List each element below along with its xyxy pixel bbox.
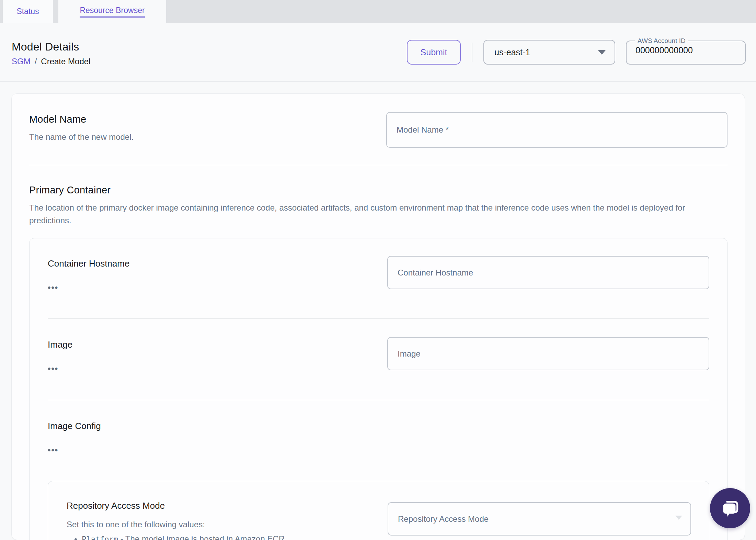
repository-access-mode-label: Repository Access Mode — [67, 500, 350, 511]
chevron-down-icon — [675, 516, 682, 520]
model-name-heading: Model Name — [29, 114, 134, 125]
aws-account-id-label: AWS Account ID — [635, 37, 688, 45]
repository-access-mode-select[interactable] — [388, 500, 691, 536]
repository-access-mode-info: Repository Access Mode Set this to one o… — [67, 500, 350, 540]
breadcrumb-separator: / — [35, 57, 37, 66]
chat-bubbles-icon — [720, 498, 741, 519]
primary-container-heading: Primary Container — [29, 184, 728, 196]
tab-resource-browser[interactable]: Resource Browser — [58, 0, 166, 23]
repository-access-mode-description: Set this to one of the following values: — [67, 518, 350, 531]
primary-container-description: The location of the primary docker image… — [29, 201, 728, 227]
model-name-input[interactable] — [386, 112, 728, 148]
aws-account-id-input[interactable] — [632, 45, 740, 59]
chevron-down-icon — [598, 50, 606, 55]
submit-button[interactable]: Submit — [407, 40, 461, 65]
image-input[interactable] — [387, 337, 709, 370]
image-config-expand-toggle[interactable]: ••• — [48, 446, 709, 454]
breadcrumb: SGM / Create Model — [12, 57, 90, 66]
model-name-info: Model Name The name of the new model. — [29, 114, 134, 143]
tab-bar: Status Resource Browser — [0, 0, 756, 23]
image-label: Image — [48, 339, 72, 350]
create-model-form-card: Model Name The name of the new model. Pr… — [11, 93, 745, 540]
container-hostname-info: Container Hostname ••• — [48, 258, 129, 292]
title-block: Model Details SGM / Create Model — [12, 41, 90, 66]
image-config-label: Image Config — [48, 421, 709, 431]
primary-container-card: Container Hostname ••• Image ••• — [29, 238, 728, 540]
primary-container-section: Primary Container The location of the pr… — [29, 184, 728, 540]
region-select-value: us-east-1 — [494, 47, 530, 57]
field-divider — [48, 400, 709, 400]
page-body: Model Name The name of the new model. Pr… — [0, 82, 756, 540]
tab-status-label: Status — [16, 7, 39, 16]
image-expand-toggle[interactable]: ••• — [48, 364, 72, 373]
page-header: Model Details SGM / Create Model Submit … — [0, 23, 756, 82]
model-name-row: Model Name The name of the new model. — [29, 114, 728, 148]
image-config-card: Repository Access Mode Set this to one o… — [48, 481, 709, 540]
container-hostname-label: Container Hostname — [48, 258, 129, 269]
container-hostname-input[interactable] — [387, 256, 709, 289]
repository-access-mode-row: Repository Access Mode Set this to one o… — [67, 500, 691, 540]
header-divider — [472, 43, 472, 62]
page-title: Model Details — [12, 41, 90, 53]
tab-status[interactable]: Status — [3, 0, 53, 23]
breadcrumb-root-link[interactable]: SGM — [12, 57, 31, 66]
region-select[interactable]: us-east-1 — [483, 40, 615, 65]
container-hostname-expand-toggle[interactable]: ••• — [48, 283, 129, 292]
container-hostname-row: Container Hostname ••• — [48, 258, 709, 292]
aws-account-id-field: AWS Account ID — [626, 37, 746, 65]
image-row: Image ••• — [48, 339, 709, 373]
image-info: Image ••• — [48, 339, 72, 373]
option-doc-platform-code: Platform — [82, 535, 118, 540]
field-divider — [48, 318, 709, 319]
model-name-description: The name of the new model. — [29, 131, 134, 143]
tab-resource-browser-label: Resource Browser — [80, 6, 145, 18]
image-config-section: Image Config ••• Repository Access Mode … — [48, 421, 709, 540]
repository-access-mode-options-doc: Platform - The model image is hosted in … — [82, 533, 350, 540]
option-doc-platform-text: - The model image is hosted in Amazon EC… — [121, 534, 287, 540]
section-divider — [29, 165, 728, 165]
header-controls: Submit us-east-1 AWS Account ID — [407, 38, 746, 66]
breadcrumb-current: Create Model — [41, 57, 90, 66]
chat-launcher-button[interactable] — [710, 488, 750, 528]
option-doc-platform: Platform - The model image is hosted in … — [82, 533, 350, 540]
repository-access-mode-input[interactable] — [388, 502, 691, 536]
